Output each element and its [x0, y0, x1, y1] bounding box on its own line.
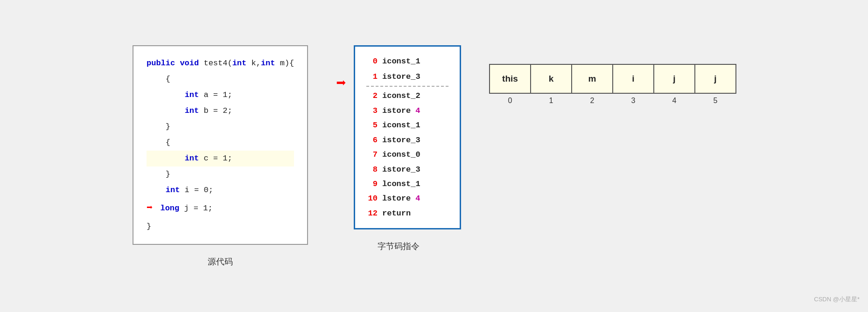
code-line-6: {	[147, 135, 294, 151]
bc-row-10: 10 lstore 4	[366, 191, 448, 206]
lvt-indices-row: 0 1 2 3 4 5	[489, 97, 735, 105]
lvt-index-5: 5	[694, 97, 736, 105]
bc-row-1: 1 istore_3	[366, 69, 448, 87]
keyword-public: public	[147, 55, 175, 71]
lvt-cell-j1: j	[653, 64, 695, 94]
bc-row-3: 3 istore 4	[366, 104, 448, 118]
lvt-cell-i: i	[612, 64, 654, 94]
bytecode-box: 0 iconst_1 1 istore_3 2 iconst_2 3 istor…	[354, 45, 461, 230]
keyword-void: void	[180, 55, 199, 71]
bc-row-6: 6 istore_3	[366, 133, 448, 147]
source-panel: public void test4( int k, int m){ { int …	[133, 45, 308, 267]
keyword-int-i: int	[166, 182, 180, 198]
bc-row-2: 2 iconst_2	[366, 89, 448, 103]
lvt-panel: this k m i j j 0 1 2 3 4 5	[489, 64, 735, 105]
keyword-int-m: int	[261, 55, 275, 71]
code-line-5: }	[147, 119, 294, 135]
main-container: public void test4( int k, int m){ { int …	[0, 27, 868, 286]
code-line-1: public void test4( int k, int m){	[147, 55, 294, 71]
lvt-cells-row: this k m i j j	[489, 64, 735, 94]
keyword-int-a: int	[185, 87, 199, 103]
source-label: 源代码	[208, 256, 233, 267]
bc-row-9: 9 lconst_1	[366, 177, 448, 191]
bytecode-arrow-icon: ➡	[336, 73, 346, 94]
keyword-int-k: int	[232, 55, 247, 71]
lvt-cell-m: m	[571, 64, 613, 94]
lvt-index-0: 0	[489, 97, 531, 105]
code-line-3: int a = 1;	[147, 87, 294, 103]
lvt-index-2: 2	[571, 97, 613, 105]
code-space	[175, 55, 180, 71]
lvt-table: this k m i j j 0 1 2 3 4 5	[489, 64, 735, 105]
code-k: k,	[246, 55, 261, 71]
lvt-index-4: 4	[653, 97, 695, 105]
bytecode-with-arrow: ➡ 0 iconst_1 1 istore_3 2 iconst_2	[336, 45, 461, 230]
bc-row-8: 8 istore_3	[366, 162, 448, 177]
bc-row-7: 7 iconst_0	[366, 147, 448, 162]
lvt-index-1: 1	[530, 97, 572, 105]
keyword-int-b: int	[185, 103, 199, 119]
watermark: CSDN @小星星*	[814, 295, 860, 304]
code-line-11: }	[147, 219, 294, 235]
code-line-4: int b = 2;	[147, 103, 294, 119]
lvt-cell-this: this	[489, 64, 531, 94]
bc-row-12: 12 return	[366, 206, 448, 221]
code-line-8: }	[147, 166, 294, 182]
source-code-box: public void test4( int k, int m){ { int …	[133, 45, 308, 245]
code-m: m){	[275, 55, 294, 71]
lvt-cell-j2: j	[694, 64, 736, 94]
code-method: test4(	[199, 55, 232, 71]
lvt-cell-k: k	[530, 64, 572, 94]
bytecode-label: 字节码指令	[378, 241, 420, 252]
lvt-index-3: 3	[612, 97, 654, 105]
bytecode-panel: ➡ 0 iconst_1 1 istore_3 2 iconst_2	[336, 45, 461, 252]
bc-row-0: 0 iconst_1	[366, 54, 448, 69]
code-line-7: int c = 1;	[147, 151, 294, 166]
keyword-int-c: int	[185, 151, 199, 166]
source-arrow-icon: ➡	[147, 198, 153, 219]
bc-row-5: 5 iconst_1	[366, 118, 448, 132]
code-line-2: {	[147, 71, 294, 87]
keyword-long-j: long	[160, 201, 179, 216]
code-line-10: ➡ long j = 1;	[147, 198, 294, 219]
code-line-9: int i = 0;	[147, 182, 294, 198]
